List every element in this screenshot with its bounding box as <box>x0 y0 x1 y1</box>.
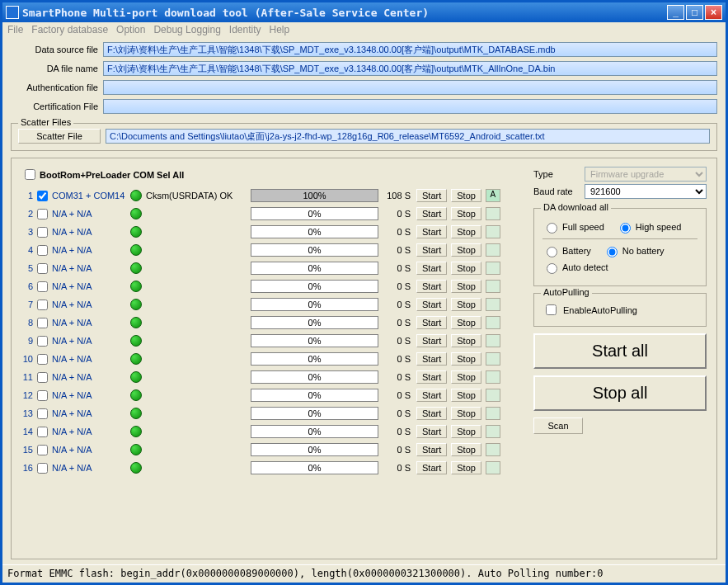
port-stop-button[interactable]: Stop <box>451 370 481 384</box>
port-enable-checkbox[interactable] <box>37 336 48 347</box>
bootrom-sel-all-checkbox[interactable] <box>25 169 35 180</box>
radio-high-speed[interactable]: High speed <box>616 220 682 234</box>
port-stop-button[interactable]: Stop <box>451 334 481 347</box>
scan-button[interactable]: Scan <box>533 418 583 434</box>
port-start-button[interactable]: Start <box>416 298 447 311</box>
menu-help[interactable]: Help <box>270 24 290 35</box>
port-row: 16 N/A + N/A 0% 0 S Start Stop <box>21 459 524 477</box>
port-com-label: N/A + N/A <box>52 209 126 219</box>
menu-factory-database[interactable]: Factory database <box>31 24 108 35</box>
radio-full-speed[interactable]: Full speed <box>542 220 604 234</box>
port-stop-button[interactable]: Stop <box>451 225 481 238</box>
radio-battery[interactable]: Battery <box>542 244 591 257</box>
port-enable-checkbox[interactable] <box>37 300 48 310</box>
port-start-button[interactable]: Start <box>416 370 447 384</box>
menu-file[interactable]: File <box>7 24 23 35</box>
port-stop-button[interactable]: Stop <box>451 407 481 420</box>
port-time: 108 S <box>383 191 412 201</box>
menu-debug-logging[interactable]: Debug Logging <box>153 24 220 35</box>
scatter-file-button[interactable]: Scatter File <box>18 129 101 144</box>
port-time: 0 S <box>383 390 412 400</box>
menu-option[interactable]: Option <box>116 24 145 35</box>
start-all-button[interactable]: Start all <box>533 333 707 369</box>
port-stop-button[interactable]: Stop <box>451 243 481 257</box>
port-number: 12 <box>21 390 33 400</box>
port-start-button[interactable]: Start <box>416 425 447 438</box>
port-number: 11 <box>21 372 33 382</box>
port-enable-checkbox[interactable] <box>37 427 48 437</box>
port-enable-checkbox[interactable] <box>37 318 48 328</box>
port-enable-checkbox[interactable] <box>37 263 48 274</box>
cert-field[interactable] <box>103 99 717 114</box>
autopull-checkbox[interactable]: EnableAutoPulling <box>542 302 697 318</box>
port-stop-button[interactable]: Stop <box>451 207 481 220</box>
menu-identity[interactable]: Identity <box>229 24 261 35</box>
port-start-button[interactable]: Start <box>416 334 447 347</box>
scatter-legend: Scatter Files <box>18 117 73 127</box>
port-row: 10 N/A + N/A 0% 0 S Start Stop <box>21 350 524 368</box>
port-enable-checkbox[interactable] <box>37 408 48 419</box>
port-enable-checkbox[interactable] <box>37 191 48 201</box>
status-dot-icon <box>130 335 142 347</box>
status-dot-icon <box>130 317 142 328</box>
port-start-button[interactable]: Start <box>416 280 447 293</box>
port-stop-button[interactable]: Stop <box>451 298 481 311</box>
port-stop-button[interactable]: Stop <box>451 262 481 275</box>
port-enable-checkbox[interactable] <box>37 281 48 292</box>
port-enable-checkbox[interactable] <box>37 354 48 365</box>
port-start-button[interactable]: Start <box>416 262 447 275</box>
radio-no-battery[interactable]: No battery <box>603 244 665 257</box>
status-dot-icon <box>130 208 142 219</box>
port-stop-button[interactable]: Stop <box>451 461 481 474</box>
port-stop-button[interactable]: Stop <box>451 280 481 293</box>
baud-select[interactable]: 921600 <box>585 184 707 199</box>
port-start-button[interactable]: Start <box>416 443 447 456</box>
port-flag <box>486 243 500 257</box>
port-enable-checkbox[interactable] <box>37 227 48 238</box>
port-start-button[interactable]: Start <box>416 407 447 420</box>
type-label: Type <box>533 169 580 179</box>
status-dot-icon <box>130 353 142 365</box>
port-com-label: N/A + N/A <box>52 427 126 436</box>
port-enable-checkbox[interactable] <box>37 390 48 401</box>
port-start-button[interactable]: Start <box>416 243 447 257</box>
port-enable-checkbox[interactable] <box>37 209 48 219</box>
dafile-field[interactable]: F:\刘涛\资料\生产\生产工具\智能\1348\下载\SP_MDT_exe_v… <box>103 61 717 76</box>
type-select[interactable]: Firmware upgrade <box>585 167 707 182</box>
close-button[interactable]: × <box>705 5 722 20</box>
port-start-button[interactable]: Start <box>416 207 447 220</box>
port-com-label: N/A + N/A <box>52 390 126 400</box>
port-stop-button[interactable]: Stop <box>451 189 481 202</box>
port-start-button[interactable]: Start <box>416 225 447 238</box>
port-stop-button[interactable]: Stop <box>451 425 481 438</box>
progress-bar: 0% <box>251 352 378 366</box>
port-start-button[interactable]: Start <box>416 316 447 329</box>
port-number: 8 <box>21 318 33 328</box>
port-stop-button[interactable]: Stop <box>451 352 481 366</box>
port-enable-checkbox[interactable] <box>37 245 48 256</box>
auth-field[interactable] <box>103 80 717 95</box>
cert-label: Certification File <box>11 101 103 111</box>
port-enable-checkbox[interactable] <box>37 445 48 455</box>
maximize-button[interactable]: □ <box>686 5 703 20</box>
port-time: 0 S <box>383 445 412 455</box>
port-number: 6 <box>21 281 33 291</box>
port-enable-checkbox[interactable] <box>37 463 48 474</box>
port-number: 10 <box>21 354 33 364</box>
port-stop-button[interactable]: Stop <box>451 316 481 329</box>
stop-all-button[interactable]: Stop all <box>533 375 707 411</box>
minimize-button[interactable]: _ <box>667 5 684 20</box>
port-number: 15 <box>21 445 33 455</box>
datasource-field[interactable]: F:\刘涛\资料\生产\生产工具\智能\1348\下载\SP_MDT_exe_v… <box>103 42 717 57</box>
port-start-button[interactable]: Start <box>416 189 447 202</box>
scatter-path-field[interactable]: C:\Documents and Settings\liutao\桌面\j2a-… <box>106 129 710 144</box>
port-stop-button[interactable]: Stop <box>451 389 481 402</box>
port-flag <box>486 443 500 456</box>
radio-auto-detect[interactable]: Auto detect <box>542 261 608 274</box>
port-stop-button[interactable]: Stop <box>451 443 481 456</box>
port-flag <box>486 461 500 474</box>
port-enable-checkbox[interactable] <box>37 372 48 383</box>
port-start-button[interactable]: Start <box>416 461 447 474</box>
port-start-button[interactable]: Start <box>416 389 447 402</box>
port-start-button[interactable]: Start <box>416 352 447 366</box>
